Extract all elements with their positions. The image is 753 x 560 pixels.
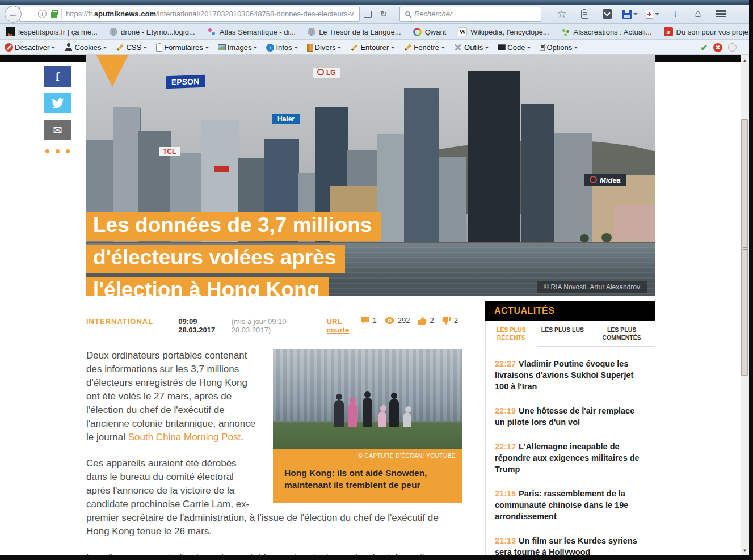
bookmark-label: Le Trésor de la Langue...	[319, 28, 401, 36]
validate-check-icon[interactable]	[700, 43, 708, 53]
article-body: © CAPTURE D'ÉCRAN: YOUTUBE Hong Kong: il…	[86, 349, 462, 560]
page-content: f	[0, 55, 741, 560]
sputnik-logo-triangle	[96, 55, 128, 87]
comment-icon	[361, 317, 369, 324]
news-item[interactable]: 21:13Un film sur les Kurdes syriens sera…	[495, 535, 646, 558]
downloads-button[interactable]	[664, 6, 687, 23]
related-article-card[interactable]: © CAPTURE D'ÉCRAN: YOUTUBE Hong Kong: il…	[273, 349, 462, 503]
related-article-photo	[273, 349, 462, 449]
bookmark-item[interactable]: lpplespetitspois.fr | ça me...	[6, 27, 98, 36]
bookmark-item[interactable]: Qwant	[413, 28, 447, 36]
bookmark-label: Alsacréations : Actuali...	[574, 28, 652, 36]
scroll-up-arrow[interactable]	[741, 56, 749, 65]
email-share-button[interactable]	[44, 120, 71, 140]
menu-label: Infos	[276, 43, 292, 52]
news-sidebar: ACTUALITÉS LES PLUS RÉCENTS LES PLUS LUS…	[485, 301, 655, 560]
chevron-down-icon	[527, 47, 531, 48]
likes-count[interactable]: 2	[430, 316, 434, 325]
reload-button[interactable]	[376, 7, 392, 22]
webdev-misc-menu[interactable]: Divers	[307, 43, 342, 52]
tools-icon	[454, 43, 462, 52]
dislikes-count[interactable]: 2	[454, 316, 458, 325]
hamburger-icon	[716, 10, 726, 18]
related-article-link[interactable]: Hong Kong: ils ont aidé Snowden, mainten…	[284, 467, 456, 491]
webdev-code-menu[interactable]: Code	[498, 43, 531, 52]
pencil-icon	[351, 44, 358, 50]
bookmark-item[interactable]: Le Trésor de la Langue...	[308, 28, 401, 36]
lg-sign: LG	[313, 68, 340, 78]
scroll-down-arrow[interactable]	[741, 546, 749, 555]
bookmark-item[interactable]: Atlas Sémantique - di...	[207, 27, 296, 36]
webdev-cookies-menu[interactable]: Cookies	[64, 43, 107, 52]
bookmark-item[interactable]: WWikipédia, l'encyclopé...	[458, 27, 549, 36]
news-item[interactable]: 22:27Vladimir Poutine évoque les livrais…	[495, 358, 646, 392]
webdev-images-menu[interactable]: Images	[218, 43, 258, 52]
red-sign	[214, 166, 229, 172]
bookmark-item[interactable]: drone - Etymo...logiq...	[110, 28, 195, 36]
browser-window: https://fr.sputniknews.com/international…	[0, 0, 753, 560]
page-scrollbar[interactable]	[741, 55, 749, 556]
pocket-button[interactable]	[596, 6, 619, 23]
webdev-info-menu[interactable]: Infos	[266, 43, 298, 52]
red-cross-doc-icon	[646, 10, 653, 19]
bookmark-star-button[interactable]	[550, 6, 573, 23]
headline-line: Les données de 3,7 millions	[86, 212, 381, 241]
bookmark-item[interactable]: aDu son pour vos proje...	[664, 27, 753, 36]
webdev-disable-menu[interactable]: Désactiver	[5, 43, 56, 52]
webdev-window-menu[interactable]: Fenêtre	[403, 43, 445, 52]
bottom-edge	[0, 555, 753, 560]
webdev-css-menu[interactable]: CSS	[116, 43, 148, 52]
menu-label: CSS	[126, 43, 141, 52]
qwant-favicon	[413, 28, 422, 36]
twitter-share-button[interactable]	[44, 93, 71, 113]
atlas-favicon	[207, 27, 216, 36]
bookmark-item[interactable]: Alsacréations : Actuali...	[561, 27, 652, 36]
chevron-down-icon	[254, 47, 257, 48]
building	[521, 104, 554, 242]
tab-most-recent[interactable]: LES PLUS RÉCENTS	[486, 321, 537, 347]
webdev-tools-menu[interactable]: Outils	[454, 43, 489, 52]
tab-most-read[interactable]: LES PLUS LUS	[537, 321, 588, 347]
search-input[interactable]	[414, 10, 522, 18]
category-link[interactable]: INTERNATIONAL	[86, 317, 153, 326]
more-share-button[interactable]	[44, 149, 71, 153]
bookmark-label: drone - Etymo...logiq...	[121, 28, 195, 36]
news-item[interactable]: 22:17L'Allemagne incapable de répondre a…	[495, 441, 646, 475]
back-button[interactable]	[5, 6, 22, 23]
webdev-options-menu[interactable]: Options	[540, 43, 578, 52]
news-item[interactable]: 21:15Paris: rassemblement de la communau…	[495, 488, 646, 522]
facebook-share-button[interactable]: f	[44, 66, 71, 87]
share-rail: f	[44, 66, 71, 153]
error-close-icon[interactable]	[713, 43, 722, 52]
scmp-link[interactable]: South China Morning Post	[128, 432, 241, 443]
menu-label: Outils	[464, 43, 483, 52]
short-url-link[interactable]: URL courte	[327, 317, 361, 334]
webdev-forms-menu[interactable]: Formulaires	[156, 43, 209, 52]
home-button[interactable]	[687, 6, 709, 23]
reader-mode-button[interactable]	[360, 7, 376, 22]
url-bar[interactable]: https://fr.sputniknews.com/international…	[19, 7, 360, 22]
pencil-icon	[117, 44, 124, 50]
page-info-icon[interactable]	[38, 10, 47, 18]
related-article-panel: © CAPTURE D'ÉCRAN: YOUTUBE Hong Kong: il…	[273, 449, 462, 503]
person-icon	[64, 43, 73, 52]
save-page-button[interactable]	[619, 6, 641, 23]
photo-credit: © RIA Novosti. Artur Alexandrov	[537, 281, 647, 293]
scrollbar-thumb[interactable]	[741, 119, 748, 376]
webdev-outline-menu[interactable]: Entourer	[350, 43, 395, 52]
https-lock-icon[interactable]	[51, 12, 57, 18]
url-text[interactable]: https://fr.sputniknews.com/international…	[66, 10, 354, 18]
menu-label: Code	[507, 43, 525, 52]
menu-button[interactable]	[709, 6, 732, 23]
news-time: 22:17	[495, 442, 516, 451]
antivirus-button[interactable]	[641, 6, 664, 23]
news-item[interactable]: 22:19Une hôtesse de l'air remplace un pi…	[495, 405, 646, 428]
search-box[interactable]	[399, 7, 541, 22]
bookmarks-menu-button[interactable]	[573, 6, 596, 23]
tab-most-commented[interactable]: LES PLUS COMMENTÉS	[588, 321, 655, 347]
chevron-down-icon	[144, 47, 147, 48]
bookmark-label: Qwant	[425, 28, 447, 36]
bookmark-label: Wikipédia, l'encyclopé...	[470, 28, 549, 36]
chevron-down-icon	[633, 13, 638, 15]
window-titlebar	[0, 0, 753, 5]
